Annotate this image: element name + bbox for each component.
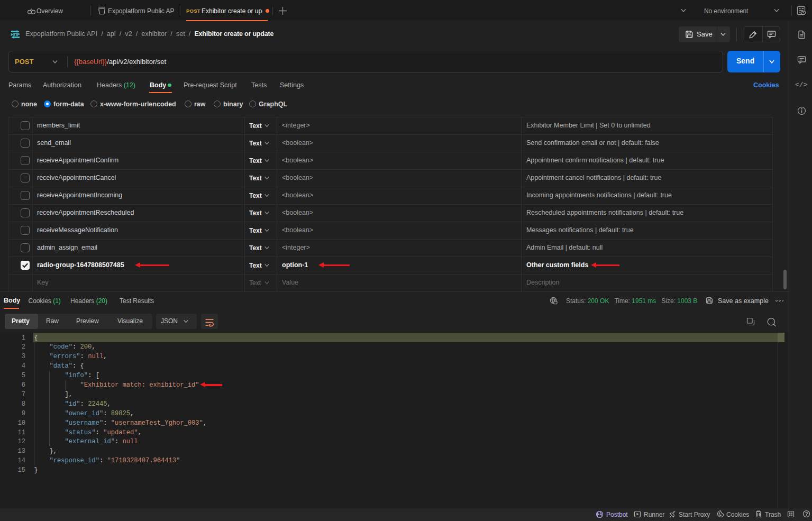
svg-text:HTTP: HTTP <box>11 32 20 36</box>
